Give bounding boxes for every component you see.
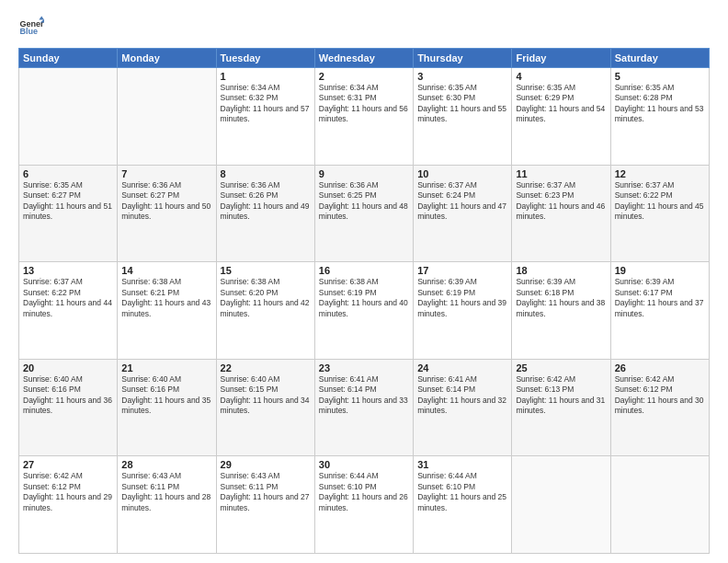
- day-number: 21: [121, 362, 211, 373]
- day-info: Sunrise: 6:43 AM Sunset: 6:11 PM Dayligh…: [121, 471, 211, 513]
- calendar-cell: 16Sunrise: 6:38 AM Sunset: 6:19 PM Dayli…: [314, 262, 413, 360]
- day-info: Sunrise: 6:42 AM Sunset: 6:13 PM Dayligh…: [516, 374, 606, 417]
- week-row-4: 20Sunrise: 6:40 AM Sunset: 6:16 PM Dayli…: [19, 359, 710, 456]
- calendar-cell: 12Sunrise: 6:37 AM Sunset: 6:22 PM Dayli…: [610, 165, 709, 262]
- svg-text:Blue: Blue: [19, 27, 38, 36]
- calendar-cell: 19Sunrise: 6:39 AM Sunset: 6:17 PM Dayli…: [610, 262, 709, 360]
- calendar-cell: 28Sunrise: 6:43 AM Sunset: 6:11 PM Dayli…: [118, 456, 216, 554]
- day-number: 3: [417, 71, 507, 82]
- calendar-table: SundayMondayTuesdayWednesdayThursdayFrid…: [18, 48, 710, 554]
- day-number: 2: [319, 71, 409, 82]
- day-number: 23: [319, 362, 409, 373]
- day-info: Sunrise: 6:44 AM Sunset: 6:10 PM Dayligh…: [319, 471, 409, 513]
- calendar-cell: 1Sunrise: 6:34 AM Sunset: 6:32 PM Daylig…: [216, 68, 314, 166]
- calendar-cell: 25Sunrise: 6:42 AM Sunset: 6:13 PM Dayli…: [512, 359, 610, 456]
- week-row-5: 27Sunrise: 6:42 AM Sunset: 6:12 PM Dayli…: [19, 456, 710, 554]
- day-info: Sunrise: 6:40 AM Sunset: 6:16 PM Dayligh…: [23, 374, 113, 417]
- calendar-cell: 14Sunrise: 6:38 AM Sunset: 6:21 PM Dayli…: [118, 262, 216, 360]
- calendar-cell: 2Sunrise: 6:34 AM Sunset: 6:31 PM Daylig…: [314, 68, 413, 166]
- day-info: Sunrise: 6:39 AM Sunset: 6:17 PM Dayligh…: [615, 277, 705, 319]
- day-number: 5: [615, 71, 705, 82]
- day-number: 31: [417, 459, 507, 470]
- weekday-header-sunday: Sunday: [19, 49, 118, 68]
- day-number: 15: [221, 265, 311, 276]
- page: General Blue SundayMondayTuesdayWednesda…: [0, 0, 728, 563]
- day-info: Sunrise: 6:37 AM Sunset: 6:22 PM Dayligh…: [615, 180, 705, 223]
- calendar-cell: 29Sunrise: 6:43 AM Sunset: 6:11 PM Dayli…: [216, 456, 314, 554]
- day-number: 18: [516, 265, 606, 276]
- weekday-header-tuesday: Tuesday: [216, 49, 314, 68]
- day-info: Sunrise: 6:37 AM Sunset: 6:22 PM Dayligh…: [23, 277, 113, 319]
- day-info: Sunrise: 6:37 AM Sunset: 6:23 PM Dayligh…: [516, 180, 606, 223]
- day-number: 4: [516, 71, 606, 82]
- calendar-cell: 15Sunrise: 6:38 AM Sunset: 6:20 PM Dayli…: [216, 262, 314, 360]
- svg-marker-2: [39, 16, 44, 19]
- calendar-cell: 13Sunrise: 6:37 AM Sunset: 6:22 PM Dayli…: [19, 262, 118, 360]
- day-number: 1: [221, 71, 311, 82]
- week-row-1: 1Sunrise: 6:34 AM Sunset: 6:32 PM Daylig…: [19, 68, 710, 166]
- day-info: Sunrise: 6:40 AM Sunset: 6:15 PM Dayligh…: [221, 374, 311, 417]
- weekday-header-wednesday: Wednesday: [314, 49, 413, 68]
- day-number: 14: [121, 265, 211, 276]
- week-row-3: 13Sunrise: 6:37 AM Sunset: 6:22 PM Dayli…: [19, 262, 710, 360]
- day-info: Sunrise: 6:36 AM Sunset: 6:25 PM Dayligh…: [319, 180, 409, 223]
- logo: General Blue: [18, 15, 44, 40]
- day-number: 25: [516, 362, 606, 373]
- day-number: 11: [516, 168, 606, 179]
- day-number: 8: [221, 168, 311, 179]
- day-info: Sunrise: 6:39 AM Sunset: 6:18 PM Dayligh…: [516, 277, 606, 319]
- day-number: 24: [417, 362, 507, 373]
- calendar-cell: 26Sunrise: 6:42 AM Sunset: 6:12 PM Dayli…: [610, 359, 709, 456]
- calendar-cell: 17Sunrise: 6:39 AM Sunset: 6:19 PM Dayli…: [414, 262, 512, 360]
- day-number: 9: [319, 168, 409, 179]
- day-info: Sunrise: 6:36 AM Sunset: 6:26 PM Dayligh…: [221, 180, 311, 223]
- calendar-cell: 9Sunrise: 6:36 AM Sunset: 6:25 PM Daylig…: [314, 165, 413, 262]
- calendar-cell: [118, 68, 216, 166]
- day-number: 20: [23, 362, 113, 373]
- day-number: 28: [121, 459, 211, 470]
- day-info: Sunrise: 6:35 AM Sunset: 6:28 PM Dayligh…: [615, 83, 705, 125]
- calendar-cell: 3Sunrise: 6:35 AM Sunset: 6:30 PM Daylig…: [414, 68, 512, 166]
- calendar-cell: [610, 456, 709, 554]
- day-info: Sunrise: 6:34 AM Sunset: 6:31 PM Dayligh…: [319, 83, 409, 125]
- calendar-cell: 23Sunrise: 6:41 AM Sunset: 6:14 PM Dayli…: [314, 359, 413, 456]
- calendar-cell: 21Sunrise: 6:40 AM Sunset: 6:16 PM Dayli…: [118, 359, 216, 456]
- day-number: 26: [615, 362, 705, 373]
- day-info: Sunrise: 6:41 AM Sunset: 6:14 PM Dayligh…: [417, 374, 507, 417]
- day-number: 16: [319, 265, 409, 276]
- calendar-cell: 24Sunrise: 6:41 AM Sunset: 6:14 PM Dayli…: [414, 359, 512, 456]
- calendar-cell: 10Sunrise: 6:37 AM Sunset: 6:24 PM Dayli…: [414, 165, 512, 262]
- header: General Blue: [18, 15, 710, 40]
- day-info: Sunrise: 6:38 AM Sunset: 6:20 PM Dayligh…: [221, 277, 311, 319]
- day-number: 6: [23, 168, 113, 179]
- calendar-cell: 11Sunrise: 6:37 AM Sunset: 6:23 PM Dayli…: [512, 165, 610, 262]
- day-info: Sunrise: 6:37 AM Sunset: 6:24 PM Dayligh…: [417, 180, 507, 223]
- day-info: Sunrise: 6:39 AM Sunset: 6:19 PM Dayligh…: [417, 277, 507, 319]
- day-info: Sunrise: 6:43 AM Sunset: 6:11 PM Dayligh…: [221, 471, 311, 513]
- calendar-cell: 30Sunrise: 6:44 AM Sunset: 6:10 PM Dayli…: [314, 456, 413, 554]
- calendar-cell: 31Sunrise: 6:44 AM Sunset: 6:10 PM Dayli…: [414, 456, 512, 554]
- day-info: Sunrise: 6:41 AM Sunset: 6:14 PM Dayligh…: [319, 374, 409, 417]
- day-info: Sunrise: 6:35 AM Sunset: 6:29 PM Dayligh…: [516, 83, 606, 125]
- calendar-cell: 20Sunrise: 6:40 AM Sunset: 6:16 PM Dayli…: [19, 359, 118, 456]
- day-info: Sunrise: 6:34 AM Sunset: 6:32 PM Dayligh…: [221, 83, 311, 125]
- day-number: 30: [319, 459, 409, 470]
- day-info: Sunrise: 6:35 AM Sunset: 6:30 PM Dayligh…: [417, 83, 507, 125]
- day-number: 19: [615, 265, 705, 276]
- day-info: Sunrise: 6:38 AM Sunset: 6:19 PM Dayligh…: [319, 277, 409, 319]
- calendar-cell: 5Sunrise: 6:35 AM Sunset: 6:28 PM Daylig…: [610, 68, 709, 166]
- logo-icon: General Blue: [18, 15, 44, 40]
- day-info: Sunrise: 6:42 AM Sunset: 6:12 PM Dayligh…: [23, 471, 113, 513]
- calendar-cell: [512, 456, 610, 554]
- day-info: Sunrise: 6:35 AM Sunset: 6:27 PM Dayligh…: [23, 180, 113, 223]
- calendar-cell: 4Sunrise: 6:35 AM Sunset: 6:29 PM Daylig…: [512, 68, 610, 166]
- calendar-cell: 18Sunrise: 6:39 AM Sunset: 6:18 PM Dayli…: [512, 262, 610, 360]
- day-number: 27: [23, 459, 113, 470]
- weekday-header-row: SundayMondayTuesdayWednesdayThursdayFrid…: [19, 49, 710, 68]
- week-row-2: 6Sunrise: 6:35 AM Sunset: 6:27 PM Daylig…: [19, 165, 710, 262]
- weekday-header-thursday: Thursday: [414, 49, 512, 68]
- calendar-cell: 8Sunrise: 6:36 AM Sunset: 6:26 PM Daylig…: [216, 165, 314, 262]
- day-info: Sunrise: 6:44 AM Sunset: 6:10 PM Dayligh…: [417, 471, 507, 513]
- day-number: 10: [417, 168, 507, 179]
- day-number: 13: [23, 265, 113, 276]
